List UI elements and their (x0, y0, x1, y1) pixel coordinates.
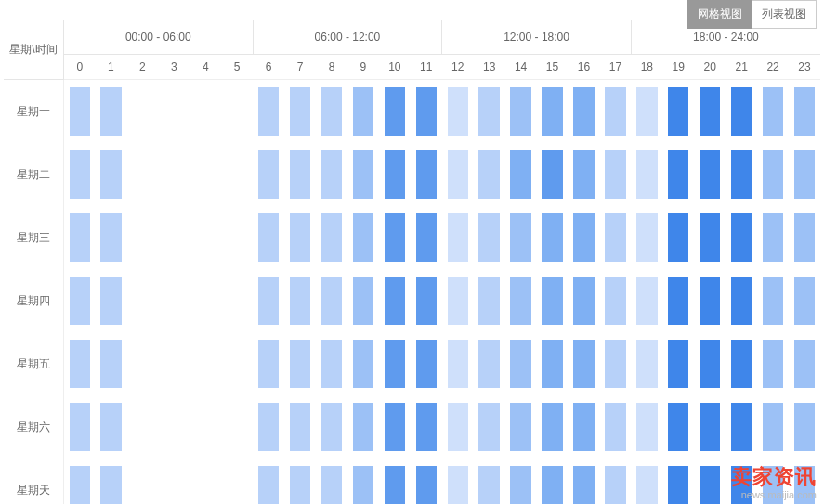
heat-cell[interactable] (158, 80, 190, 144)
heat-cell[interactable] (411, 143, 442, 206)
heat-cell[interactable] (505, 395, 537, 459)
heat-cell[interactable] (190, 395, 221, 459)
heat-cell[interactable] (221, 143, 253, 206)
heat-cell[interactable] (694, 269, 726, 332)
heat-cell[interactable] (757, 459, 789, 504)
heat-cell[interactable] (379, 80, 411, 144)
heat-cell[interactable] (253, 206, 284, 269)
heat-cell[interactable] (347, 459, 379, 504)
heat-cell[interactable] (221, 206, 253, 269)
heat-cell[interactable] (631, 269, 662, 332)
heat-cell[interactable] (95, 332, 126, 395)
heat-cell[interactable] (442, 269, 474, 332)
heat-cell[interactable] (64, 143, 96, 206)
heat-cell[interactable] (126, 80, 158, 144)
heat-cell[interactable] (599, 269, 631, 332)
heat-cell[interactable] (474, 332, 505, 395)
heat-cell[interactable] (347, 143, 379, 206)
heat-cell[interactable] (253, 395, 284, 459)
heat-cell[interactable] (726, 206, 757, 269)
heat-cell[interactable] (95, 395, 126, 459)
heat-cell[interactable] (158, 206, 190, 269)
heat-cell[interactable] (505, 459, 537, 504)
heat-cell[interactable] (379, 332, 411, 395)
heat-cell[interactable] (757, 206, 789, 269)
heat-cell[interactable] (316, 143, 347, 206)
heat-cell[interactable] (569, 459, 600, 504)
heat-cell[interactable] (474, 459, 505, 504)
heat-cell[interactable] (694, 459, 726, 504)
heat-cell[interactable] (757, 80, 789, 144)
heat-cell[interactable] (411, 332, 442, 395)
heat-cell[interactable] (505, 80, 537, 144)
heat-cell[interactable] (662, 332, 694, 395)
heat-cell[interactable] (221, 459, 253, 504)
heat-cell[interactable] (537, 269, 569, 332)
heat-cell[interactable] (126, 206, 158, 269)
heat-cell[interactable] (631, 332, 662, 395)
heat-cell[interactable] (126, 269, 158, 332)
heat-cell[interactable] (442, 143, 474, 206)
heat-cell[interactable] (190, 143, 221, 206)
heat-cell[interactable] (662, 206, 694, 269)
heat-cell[interactable] (379, 269, 411, 332)
heat-cell[interactable] (284, 395, 316, 459)
heat-cell[interactable] (411, 459, 442, 504)
heat-cell[interactable] (95, 80, 126, 144)
heat-cell[interactable] (789, 459, 820, 504)
heat-cell[interactable] (726, 269, 757, 332)
heat-cell[interactable] (662, 269, 694, 332)
heat-cell[interactable] (537, 459, 569, 504)
heat-cell[interactable] (95, 269, 126, 332)
heat-cell[interactable] (64, 206, 96, 269)
heat-cell[interactable] (789, 80, 820, 144)
heat-cell[interactable] (158, 269, 190, 332)
heat-cell[interactable] (789, 395, 820, 459)
heat-cell[interactable] (190, 332, 221, 395)
heat-cell[interactable] (126, 459, 158, 504)
heat-cell[interactable] (221, 80, 253, 144)
heat-cell[interactable] (411, 206, 442, 269)
heat-cell[interactable] (442, 80, 474, 144)
heat-cell[interactable] (789, 332, 820, 395)
heat-cell[interactable] (757, 395, 789, 459)
heat-cell[interactable] (442, 395, 474, 459)
heat-cell[interactable] (662, 395, 694, 459)
heat-cell[interactable] (537, 206, 569, 269)
heat-cell[interactable] (253, 80, 284, 144)
heat-cell[interactable] (379, 459, 411, 504)
heat-cell[interactable] (694, 206, 726, 269)
heat-cell[interactable] (95, 143, 126, 206)
heat-cell[interactable] (379, 395, 411, 459)
heat-cell[interactable] (221, 269, 253, 332)
heat-cell[interactable] (95, 459, 126, 504)
heat-cell[interactable] (789, 269, 820, 332)
heat-cell[interactable] (411, 395, 442, 459)
heat-cell[interactable] (569, 80, 600, 144)
heat-cell[interactable] (505, 206, 537, 269)
heat-cell[interactable] (253, 143, 284, 206)
heat-cell[interactable] (158, 459, 190, 504)
heat-cell[interactable] (64, 459, 96, 504)
heat-cell[interactable] (347, 269, 379, 332)
heat-cell[interactable] (474, 269, 505, 332)
heat-cell[interactable] (442, 206, 474, 269)
heat-cell[interactable] (190, 206, 221, 269)
heat-cell[interactable] (537, 395, 569, 459)
heat-cell[interactable] (316, 332, 347, 395)
heat-cell[interactable] (190, 459, 221, 504)
heat-cell[interactable] (284, 80, 316, 144)
heat-cell[interactable] (662, 80, 694, 144)
heat-cell[interactable] (694, 395, 726, 459)
heat-cell[interactable] (599, 395, 631, 459)
heat-cell[interactable] (537, 80, 569, 144)
heat-cell[interactable] (253, 459, 284, 504)
heat-cell[interactable] (631, 395, 662, 459)
heat-cell[interactable] (789, 143, 820, 206)
heat-cell[interactable] (284, 459, 316, 504)
heat-cell[interactable] (284, 269, 316, 332)
heat-cell[interactable] (126, 143, 158, 206)
heat-cell[interactable] (569, 332, 600, 395)
heat-cell[interactable] (726, 332, 757, 395)
heat-cell[interactable] (599, 459, 631, 504)
